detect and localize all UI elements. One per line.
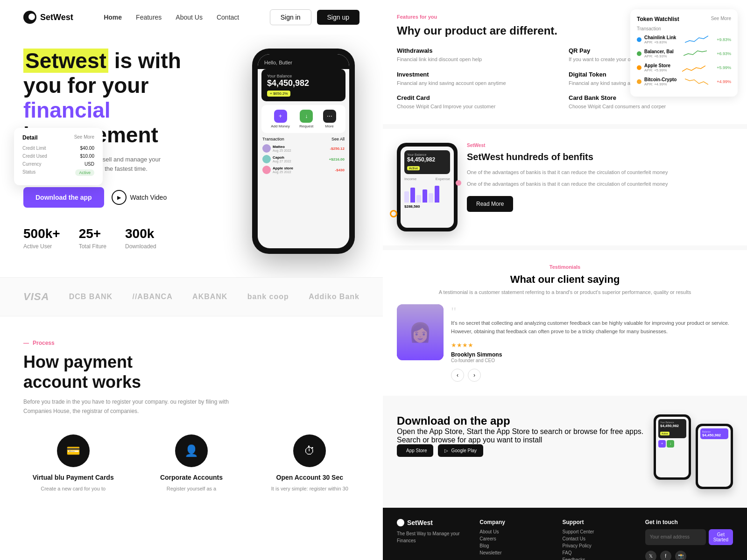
dl-phone-screen-1: Your Balance $4,450,982 Active + ↓ — [656, 417, 689, 477]
detail-row-4: Status Active — [22, 169, 94, 176]
tw-name-3: Apple Store — [644, 63, 670, 68]
process-title: How paymentaccount works — [23, 352, 359, 392]
benefits-phone-1: Your Balance $4,450,982 Active Income Ex… — [397, 143, 458, 231]
tw-code-2: APR: +6.93% — [644, 54, 674, 58]
testimonial-card: 👩 " It's no secret that collecting and a… — [397, 304, 733, 381]
trans-title: Transaction — [262, 137, 284, 141]
navigation: SetWest Home Features About Us Contact S… — [0, 0, 383, 35]
add-money-btn[interactable]: + Add Money — [271, 110, 289, 128]
social-icons: 𝕏 f 📸 — [645, 551, 733, 560]
features-grid: 💳 Virtual blu Payment Cards Create a new… — [23, 434, 359, 493]
quote-icon: " — [451, 304, 733, 319]
footer-brand-desc: The Best Way to Manage your Finances — [397, 530, 470, 544]
hero-buttons: Download the app ▶ Watch Video — [23, 187, 210, 208]
dl-active-badge: Active — [660, 432, 669, 435]
feat-desc-3: Financial any kind saving account open a… — [397, 80, 561, 87]
tw-code-3: APR: +5.99% — [644, 68, 670, 72]
feature-icon-3: ⏱ — [293, 434, 326, 467]
feature-icon-2: 👤 — [175, 434, 208, 467]
phone-screen: Hello, Butler Your Balance $4,450,982 + … — [258, 54, 349, 248]
watch-video-button[interactable]: ▶ Watch Video — [112, 190, 167, 205]
right-panel: Features for you Why our product are dif… — [383, 0, 747, 560]
hero-title-highlight: Setwest — [23, 49, 108, 73]
benefits-balance-label: Your Balance — [407, 153, 447, 156]
google-play-button[interactable]: ▷ Google Play — [438, 444, 483, 457]
logo-icon — [23, 11, 36, 24]
trans-item-1: Matteo Aug 25 2022 -$250.12 — [262, 144, 345, 153]
detail-row-1: Credit Limit $40.00 — [22, 146, 94, 151]
signin-button[interactable]: Sign in — [270, 9, 311, 25]
twitter-icon[interactable]: 𝕏 — [645, 551, 656, 560]
detail-row-2: Credit Used $10.00 — [22, 154, 94, 159]
testimonials-section: Testimonials What our client saying A te… — [383, 250, 747, 395]
logo: SetWest — [23, 11, 73, 24]
instagram-icon[interactable]: 📸 — [675, 551, 686, 560]
trans-name-3: Apple store — [273, 166, 293, 170]
email-subscribe-row: Get Started — [645, 529, 733, 545]
footer-support: Support Support Center Contact Us Privac… — [563, 519, 636, 560]
tw-sparkline-3 — [682, 62, 705, 73]
nav-about[interactable]: About Us — [176, 14, 203, 21]
tw-see-more[interactable]: See More — [711, 16, 731, 22]
dl-add-icon: + — [658, 440, 666, 448]
benefits-change: Active — [407, 166, 420, 170]
email-input[interactable] — [645, 529, 706, 545]
footer-link-privacy[interactable]: Privacy Policy — [563, 543, 636, 548]
more-btn[interactable]: ⋯ More — [323, 110, 336, 128]
dl-phone-1: Your Balance $4,450,982 Active + ↓ — [654, 414, 691, 480]
stats-row: 500k+ Active User 25+ Total Fiture 300k … — [23, 226, 210, 264]
facebook-icon[interactable]: f — [660, 551, 671, 560]
hero-section: + + + Setwest is with you for your finan… — [0, 35, 383, 277]
why-different-section: Features for you Why our product are dif… — [383, 0, 747, 124]
get-started-button[interactable]: Get Started — [709, 529, 733, 545]
watch-video-label: Watch Video — [130, 194, 167, 201]
tw-code-4: APR: +4.99% — [644, 82, 677, 86]
footer-link-support-center[interactable]: Support Center — [563, 529, 636, 534]
footer-link-about[interactable]: About Us — [479, 529, 553, 534]
detail-see-more[interactable]: See More — [74, 134, 94, 141]
feat-investment: Investment Financial any kind saving acc… — [397, 71, 561, 87]
footer-link-newsletter[interactable]: Newsletter — [479, 550, 553, 555]
trans-amount-3: -$430 — [335, 168, 345, 172]
trans-item-3: Apple store Aug 25 2022 -$430 — [262, 166, 345, 174]
trans-date-1: Aug 25 2022 — [273, 149, 291, 152]
footer-company: Company About Us Careers Blog Newsletter — [479, 519, 553, 560]
read-more-button[interactable]: Read More — [467, 196, 513, 212]
nav-home[interactable]: Home — [104, 14, 122, 21]
footer-brand: SetWest The Best Way to Manage your Fina… — [397, 519, 470, 560]
footer-link-feedback[interactable]: Feedbacks — [563, 557, 636, 560]
app-store-button[interactable]: App Store — [397, 444, 433, 457]
tw-item-2: Balancer, Bal APR: +6.93% +6.93% — [637, 48, 731, 59]
phone-mockup: Hello, Butler Your Balance $4,450,982 + … — [252, 49, 355, 254]
nav-features[interactable]: Features — [136, 14, 162, 21]
footer-link-contact[interactable]: Contact Us — [563, 536, 636, 541]
signup-button[interactable]: Sign up — [317, 10, 359, 25]
feat-title-1: Withdrawals — [397, 47, 561, 54]
footer-contact-title: Get in touch — [645, 519, 733, 525]
prev-dot[interactable]: ‹ — [451, 369, 464, 382]
next-dot[interactable]: › — [468, 369, 481, 382]
download-button[interactable]: Download the app — [23, 187, 104, 208]
trans-header: Transaction See All — [262, 137, 345, 141]
tw-title: Token Watchlist — [637, 16, 679, 22]
detail-label-3: Currency — [22, 161, 42, 167]
footer-link-blog[interactable]: Blog — [479, 543, 553, 548]
nav-contact[interactable]: Contact — [217, 14, 239, 21]
footer-link-careers[interactable]: Careers — [479, 536, 553, 541]
request-btn[interactable]: ↓ Request — [299, 110, 313, 128]
stat-active-users: 500k+ Active User — [23, 226, 60, 250]
balance-label: Your Balance — [267, 74, 340, 78]
reviewer-name: Brooklyn Simmons — [451, 351, 733, 358]
stat-value-downloads: 300k — [125, 226, 156, 241]
test-content: " It's no secret that collecting and ana… — [451, 304, 733, 381]
trans-date-2: Aug 27 2022 — [273, 160, 291, 163]
footer-link-faq[interactable]: FAQ — [563, 550, 636, 555]
test-header: Testimonials What our client saying A te… — [397, 264, 733, 295]
see-all[interactable]: See All — [331, 137, 345, 141]
tw-dot-4 — [637, 79, 641, 84]
tw-dot-1 — [637, 37, 641, 42]
benefits-deco-ring — [390, 210, 397, 217]
tw-dot-2 — [637, 51, 641, 56]
partner-addiko: Addiko Bank — [309, 293, 359, 301]
stat-downloads: 300k Downloaded — [125, 226, 156, 250]
